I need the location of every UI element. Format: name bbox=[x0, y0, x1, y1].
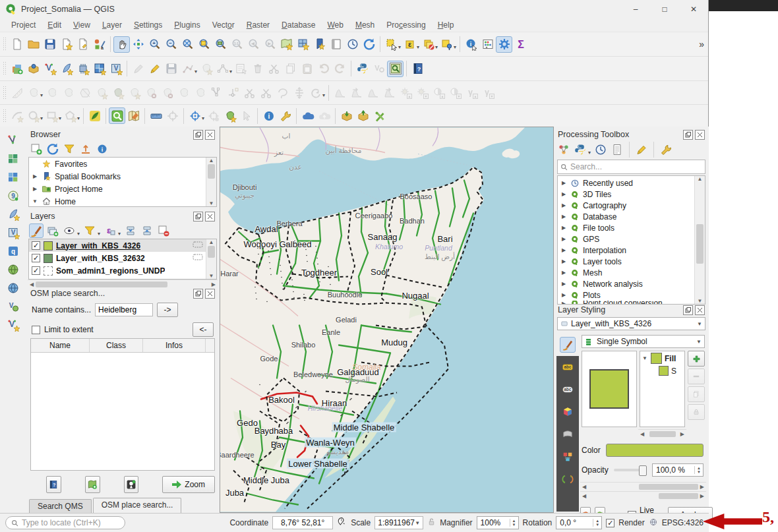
browser-item-home[interactable]: ▼Home bbox=[29, 195, 206, 208]
symbol-lock-button[interactable] bbox=[688, 404, 705, 420]
copy-features-icon[interactable] bbox=[282, 61, 299, 77]
upgrade-plugin-icon[interactable] bbox=[355, 107, 371, 124]
collapse-all-icon[interactable] bbox=[140, 223, 154, 238]
plugin-leaf-icon[interactable] bbox=[86, 107, 103, 124]
osm-column-class[interactable]: Class bbox=[90, 339, 143, 352]
rotate-point-symbols-icon[interactable] bbox=[274, 84, 291, 101]
show-layout-manager-icon[interactable] bbox=[75, 36, 91, 53]
manage-themes-icon[interactable] bbox=[62, 223, 76, 238]
styling-close-icon[interactable] bbox=[695, 305, 705, 315]
menu-layer[interactable]: Layer bbox=[96, 20, 128, 30]
layer-visibility-checkbox[interactable]: ✓ bbox=[32, 241, 40, 250]
new-3d-map-view-icon[interactable] bbox=[295, 36, 311, 53]
simplify-feature-icon[interactable] bbox=[76, 84, 93, 101]
open-project-icon[interactable] bbox=[25, 36, 42, 53]
qgis-algorithm-icon[interactable] bbox=[570, 268, 580, 278]
toolbar-drag-handle[interactable] bbox=[3, 86, 7, 100]
add-ring-icon[interactable] bbox=[93, 84, 109, 101]
qgis-algorithm-icon[interactable] bbox=[570, 245, 580, 256]
filter-legend-icon[interactable] bbox=[82, 223, 97, 238]
processing-group-layer-tools[interactable]: ▶Layer tools bbox=[559, 256, 694, 267]
toggle-editing-icon[interactable] bbox=[146, 61, 163, 77]
toolbar-drag-handle[interactable] bbox=[3, 109, 7, 123]
copy-move-feature-icon[interactable] bbox=[44, 84, 60, 101]
refresh-icon[interactable] bbox=[361, 36, 377, 53]
form-annotation-icon[interactable] bbox=[25, 107, 42, 124]
move-feature-icon[interactable] bbox=[25, 84, 42, 101]
crs-globe-icon[interactable] bbox=[649, 517, 658, 529]
close-button[interactable]: ✕ bbox=[679, 0, 708, 18]
processing-group-database[interactable]: ▶Database bbox=[559, 211, 694, 222]
osm-back-button[interactable]: <- bbox=[193, 322, 214, 337]
zoom-in-icon[interactable]: + bbox=[146, 36, 163, 53]
deselect-features-icon[interactable] bbox=[420, 36, 436, 53]
rotate-feature-icon[interactable] bbox=[60, 84, 76, 101]
osm-place-search-toggle-icon[interactable] bbox=[387, 61, 404, 77]
magnifier-lock-icon[interactable] bbox=[427, 517, 436, 528]
cut-features-icon[interactable] bbox=[266, 61, 282, 77]
locator-input[interactable]: Type to locate (Ctrl+K) bbox=[5, 516, 125, 529]
qgis-algorithm-icon[interactable] bbox=[570, 223, 580, 233]
select-by-expression-icon[interactable]: ε bbox=[402, 36, 418, 53]
coordinate-value[interactable]: 8,76° 52,81° bbox=[272, 516, 333, 529]
show-spatial-bookmarks-icon[interactable] bbox=[328, 36, 344, 53]
modify-attributes-icon[interactable] bbox=[233, 61, 249, 77]
styling-float-icon[interactable] bbox=[683, 305, 693, 315]
osm-marker-button[interactable] bbox=[124, 476, 139, 493]
measure-icon[interactable] bbox=[148, 107, 164, 124]
identify-features-icon[interactable]: i bbox=[463, 36, 479, 53]
processing-search-input[interactable]: Search... bbox=[557, 160, 705, 174]
menu-mesh[interactable]: Mesh bbox=[349, 20, 380, 30]
cad-tools-icon[interactable] bbox=[9, 84, 25, 101]
full-cumulative-stretch-icon[interactable] bbox=[381, 84, 398, 101]
add-polygon-icon[interactable] bbox=[198, 61, 214, 77]
map-canvas[interactable]: Somaliaابتعزعدنمحافظة أبينجيبوتيالصومالأ… bbox=[220, 127, 554, 513]
toolbar-overflow-icon[interactable]: » bbox=[699, 39, 704, 49]
delete-ring-icon[interactable] bbox=[142, 84, 159, 101]
local-cumulative-stretch-icon[interactable] bbox=[365, 84, 381, 101]
statistical-summary-icon[interactable]: Σ bbox=[512, 36, 529, 53]
qgis-algorithm-icon[interactable] bbox=[570, 290, 580, 301]
new-map-view-icon[interactable] bbox=[278, 36, 295, 53]
new-mesh-layer-icon[interactable] bbox=[5, 150, 22, 167]
processing-close-icon[interactable] bbox=[695, 130, 705, 140]
styling-hscrollbar-1[interactable]: ◀▶ bbox=[580, 482, 706, 491]
toolbar-drag-handle[interactable] bbox=[3, 61, 7, 76]
reshape-features-icon[interactable] bbox=[175, 84, 192, 101]
processing-group-gps[interactable]: ▶GPS bbox=[559, 233, 694, 245]
processing-group-recently-used[interactable]: ▶Recently used bbox=[559, 177, 694, 189]
cloud-icon[interactable] bbox=[299, 107, 316, 124]
virtual-layer-icon[interactable]: q bbox=[5, 243, 22, 259]
split-features-icon[interactable] bbox=[208, 84, 225, 101]
epsg-status[interactable]: EPSG:4326 bbox=[662, 518, 703, 527]
styling-tab-callouts-icon[interactable]: abc bbox=[560, 382, 576, 398]
processing-history-icon[interactable] bbox=[593, 142, 608, 157]
undo-icon[interactable] bbox=[315, 61, 332, 77]
browser-scrollbar[interactable]: ▲▼ bbox=[206, 158, 216, 206]
menu-database[interactable]: Database bbox=[276, 20, 321, 30]
delete-part-icon[interactable] bbox=[159, 84, 175, 101]
coordinate-extent-toggle-icon[interactable] bbox=[337, 517, 347, 529]
history-icon[interactable] bbox=[570, 178, 580, 189]
qgis-algorithm-icon[interactable] bbox=[570, 212, 580, 222]
new-spatial-bookmark-icon[interactable] bbox=[311, 36, 328, 53]
increase-gamma-icon[interactable]: γ▲ bbox=[464, 84, 480, 101]
layer-visibility-checkbox[interactable]: ✓ bbox=[32, 254, 40, 262]
osm-zoom-button[interactable]: Zoom bbox=[162, 476, 215, 493]
add-wms-layer-icon[interactable] bbox=[91, 61, 107, 77]
processing-group-interpolation[interactable]: ▶Interpolation bbox=[559, 245, 694, 256]
processing-toolbox-icon[interactable] bbox=[496, 36, 512, 53]
styling-tab-3d-icon[interactable] bbox=[560, 404, 576, 420]
plugin-tools-icon[interactable] bbox=[371, 107, 388, 124]
processing-group-cartography[interactable]: ▶Cartography bbox=[559, 200, 694, 211]
zoom-to-layer-icon[interactable] bbox=[212, 36, 229, 53]
processing-group-3d-tiles[interactable]: ▶3D Tiles bbox=[559, 189, 694, 200]
menu-edit[interactable]: Edit bbox=[42, 20, 67, 30]
temporal-controller-icon[interactable] bbox=[344, 36, 361, 53]
zoom-out-icon[interactable]: − bbox=[163, 36, 179, 53]
current-edits-icon[interactable] bbox=[130, 61, 146, 77]
browser-filter-icon[interactable] bbox=[62, 142, 76, 156]
processing-python-icon[interactable] bbox=[573, 142, 587, 157]
decrease-contrast-icon[interactable]: ▼ bbox=[447, 84, 464, 101]
layer-row-Layer_with_KBS_4326[interactable]: ✓Layer_with_KBS_4326 bbox=[29, 239, 206, 252]
